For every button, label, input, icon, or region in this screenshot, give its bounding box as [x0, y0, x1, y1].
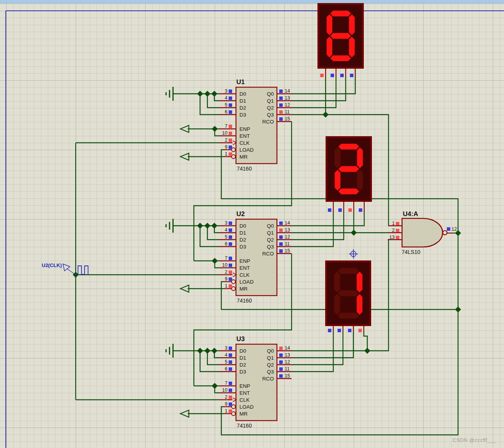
- pin-state-indicator: [279, 103, 283, 107]
- pin-number: 4: [225, 95, 227, 101]
- segment-d-lit: [338, 189, 359, 194]
- pin-label: D0: [239, 223, 246, 229]
- clock-label-leader: [67, 269, 76, 275]
- pin-label: LOAD: [239, 404, 254, 410]
- pin-number: 9: [225, 144, 227, 150]
- segment-b-lit: [357, 147, 363, 168]
- pin-label: D2: [239, 362, 246, 368]
- pin-number: 15: [285, 248, 290, 254]
- junction-dot: [351, 230, 357, 236]
- display-pin-state: [350, 74, 353, 77]
- pin-label: D2: [239, 237, 246, 243]
- pin-number: 2: [225, 269, 227, 275]
- display-pin-state: [328, 329, 331, 332]
- seven-seg-display-2[interactable]: [327, 137, 371, 201]
- clock-net-label: U2(CLK): [42, 262, 62, 268]
- segment-e-lit: [335, 170, 341, 191]
- wire-u3-q2[interactable]: [292, 332, 343, 365]
- wire-u2-load[interactable]: [221, 282, 224, 309]
- pin-state-indicator: [229, 360, 232, 364]
- gate-ref: U4:A: [403, 210, 418, 218]
- pin-state-indicator: [229, 90, 232, 93]
- pin-state-indicator: [229, 152, 232, 156]
- wire-u2-q3[interactable]: [292, 212, 333, 247]
- wire-d3[interactable]: [200, 226, 219, 247]
- pin-state-indicator: [229, 228, 232, 232]
- display-pin-state: [348, 329, 351, 332]
- pin-number: 6: [225, 366, 227, 372]
- pin-number: 10: [222, 130, 227, 136]
- wire-u3-q1[interactable]: [292, 332, 353, 358]
- pin-label: D3: [239, 112, 246, 118]
- pin-state-indicator: [279, 221, 283, 225]
- pin-state-indicator: [229, 132, 232, 135]
- display-pin-state: [338, 329, 341, 332]
- ground-icon[interactable]: [166, 87, 173, 101]
- display-pin-state: [320, 74, 324, 77]
- pin-number: 14: [285, 88, 290, 94]
- pin-number: 5: [225, 234, 227, 240]
- pin-label: D3: [239, 369, 246, 375]
- pin-number: 10: [222, 387, 227, 393]
- pin-state-indicator: [396, 222, 399, 225]
- input-terminal-icon[interactable]: [180, 153, 189, 160]
- input-terminal-icon[interactable]: [180, 410, 189, 417]
- segment-f-lit: [327, 14, 333, 35]
- pin-number: 10: [222, 262, 227, 268]
- wire-disp3-p4[interactable]: [364, 332, 367, 351]
- pin-state-indicator: [279, 374, 283, 378]
- pin-number: 12: [285, 234, 290, 240]
- seven-seg-display-1[interactable]: [319, 4, 363, 68]
- pin-number: 3: [225, 88, 227, 94]
- gate-u4a-body[interactable]: [402, 218, 443, 247]
- inversion-bubble: [443, 231, 447, 235]
- pin-number: 7: [225, 255, 227, 261]
- pin-number: 1: [225, 151, 227, 157]
- pin-number: 1: [225, 283, 227, 289]
- pin-number: 15: [285, 373, 290, 379]
- pin-label: RCO: [262, 119, 274, 125]
- pin-number: 3: [225, 220, 227, 226]
- schematic-canvas[interactable]: U2(CLK)U1741603D04D15D26D37ENP10ENT2CLK9…: [0, 0, 504, 448]
- pin-label: D3: [239, 244, 246, 250]
- ground-icon[interactable]: [166, 219, 173, 233]
- wire-u1-q2[interactable]: [292, 77, 336, 108]
- pin-label: LOAD: [239, 279, 254, 285]
- pin-state-indicator: [279, 367, 283, 371]
- junction-dot: [204, 223, 210, 229]
- clock-waveform-icon[interactable]: [78, 266, 88, 274]
- pin-state-indicator: [396, 236, 399, 239]
- junction-dot: [211, 223, 217, 229]
- pin-number: 9: [225, 401, 227, 407]
- gate-part: 74LS10: [402, 249, 420, 255]
- seven-seg-display-3[interactable]: [326, 262, 370, 325]
- segment-f-unlit: [335, 147, 341, 168]
- pin-number: 14: [285, 345, 290, 351]
- pin-state-indicator: [229, 367, 232, 371]
- wire-d3[interactable]: [200, 351, 219, 372]
- wire-u3-q3[interactable]: [292, 332, 333, 372]
- input-terminal-icon[interactable]: [180, 285, 189, 292]
- pin-number: 12: [285, 359, 290, 365]
- wire-d3[interactable]: [200, 94, 219, 115]
- pin-label: LOAD: [239, 147, 254, 153]
- pin-label: MR: [239, 411, 248, 417]
- pin-state-indicator: [279, 242, 283, 246]
- watermark: CSDN @zzzfff___: [453, 437, 496, 443]
- pin-label: Q1: [267, 98, 274, 104]
- pin-number: 2: [225, 137, 227, 143]
- pin-number: 11: [285, 241, 290, 247]
- segment-g-lit: [338, 166, 359, 172]
- pin-label: Q2: [267, 105, 274, 111]
- chip-part: 74160: [237, 423, 252, 429]
- ground-icon[interactable]: [166, 344, 173, 358]
- pin-number: 12: [285, 102, 290, 108]
- pin-number: 5: [225, 102, 227, 108]
- pin-state-indicator: [229, 277, 232, 281]
- junction-dot: [197, 348, 203, 354]
- input-terminal-icon[interactable]: [180, 125, 189, 132]
- wire-u1-q1[interactable]: [292, 77, 346, 101]
- junction-dot: [211, 348, 217, 354]
- junction-dot: [212, 258, 218, 264]
- segment-b-lit: [349, 14, 355, 35]
